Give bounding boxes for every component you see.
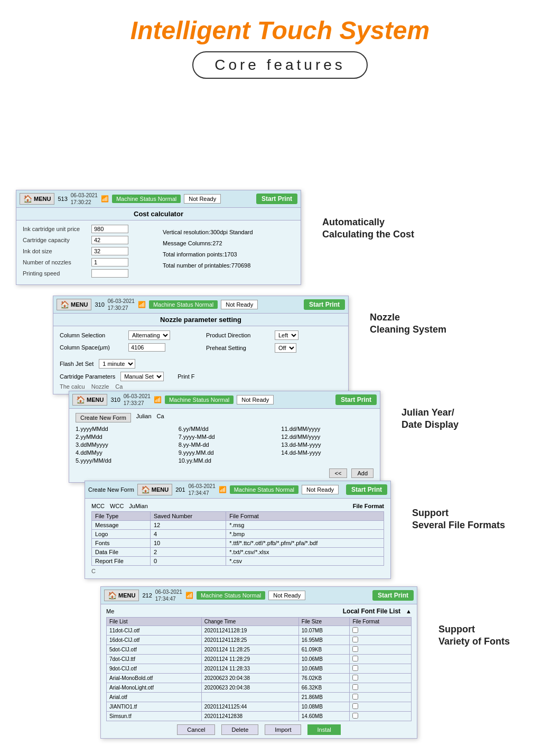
jumian-label: JuMian bbox=[129, 503, 147, 509]
date-col-mid: 6.yy/MM/dd 7.yyyy-MM-dd 8.yy-MM-dd 9.yyy… bbox=[179, 426, 271, 465]
screen2-start-print[interactable]: Start Print bbox=[304, 299, 345, 310]
ca-label-2: Ca bbox=[115, 383, 123, 390]
cartridge-params-select[interactable]: Manual Set bbox=[120, 372, 164, 381]
format-3: *.txt/*.csv/*.xlsx bbox=[226, 548, 384, 557]
font-file-3: 7dot-CIJ.ttf bbox=[107, 655, 202, 664]
calc-info-0: Vertical resolution:300dpi Standard bbox=[163, 227, 294, 238]
screen2-menu-button[interactable]: 🏠 MENU bbox=[57, 299, 91, 310]
screen3-start-print[interactable]: Start Print bbox=[335, 394, 377, 405]
col-selection-select[interactable]: Alternating bbox=[128, 330, 170, 340]
font-row-1[interactable]: 16dot-CIJ.otf 202011241128:25 16.95MB bbox=[107, 636, 412, 645]
screen3-menu-button[interactable]: 🏠 MENU bbox=[72, 394, 107, 406]
font-row-7[interactable]: Arial.otf 21.86MB bbox=[107, 693, 412, 702]
screen3-menu-label: MENU bbox=[87, 397, 104, 403]
screen5-datetime: 06-03-2021 17:34:47 bbox=[155, 589, 182, 602]
font-check-6[interactable] bbox=[350, 683, 412, 693]
font-col-size: File Size bbox=[298, 618, 350, 626]
screen2-datetime: 06-03-2021 17:30:27 bbox=[108, 298, 135, 311]
font-time-3: 20201124 11:28:29 bbox=[201, 655, 298, 664]
date-fmt-8: 9.yyyy.MM.dd bbox=[179, 449, 271, 456]
screen1-topbar: 🏠 MENU 513 06-03-2021 17:30:22 📶 Machine… bbox=[16, 190, 301, 208]
font-file-2: 5dot-CIJ.otf bbox=[107, 645, 202, 655]
screen5-menu-button[interactable]: 🏠 MENU bbox=[104, 590, 139, 601]
font-check-8[interactable] bbox=[350, 702, 412, 712]
nozzles-label: Number of nozzles bbox=[23, 259, 91, 265]
saved-num-2: 10 bbox=[150, 539, 226, 548]
screen5-body: Me Local Font File List ▲ File List Chan… bbox=[101, 604, 417, 738]
font-time-2: 20201124 11:28:25 bbox=[201, 645, 298, 655]
file-format-table: File Type Saved Number File Format Messa… bbox=[91, 511, 384, 566]
font-check-9[interactable] bbox=[350, 712, 412, 721]
calc-info-2: Total information points:1703 bbox=[163, 249, 294, 260]
date-fmt-7: 8.yy-MM-dd bbox=[179, 442, 271, 448]
font-row-2[interactable]: 5dot-CIJ.otf 20201124 11:28:25 61.09KB bbox=[107, 645, 412, 655]
font-row-9[interactable]: Simsun.tf 2020112412838 14.60MB bbox=[107, 712, 412, 721]
font-time-7 bbox=[201, 693, 298, 702]
font-size-4: 10.06MB bbox=[298, 664, 350, 674]
font-row-0[interactable]: 11dot-CIJ.otf 202011241128:19 10.07MB bbox=[107, 626, 412, 636]
install-btn[interactable]: Instal bbox=[307, 724, 340, 735]
wcc-label: WCC bbox=[110, 503, 124, 509]
font-check-3[interactable] bbox=[350, 655, 412, 664]
col-space-input[interactable] bbox=[128, 343, 165, 352]
font-row-3[interactable]: 7dot-CIJ.ttf 20201124 11:28:29 10.06MB bbox=[107, 655, 412, 664]
cartridge-cap-input[interactable] bbox=[91, 236, 128, 244]
table-row: Logo 4 *.bmp bbox=[92, 530, 384, 539]
cancel-btn[interactable]: Cancel bbox=[177, 724, 215, 735]
delete-btn[interactable]: Delete bbox=[221, 724, 258, 735]
screen1-menu-label: MENU bbox=[34, 196, 51, 202]
screen1-start-print[interactable]: Start Print bbox=[256, 194, 297, 204]
calc-left: Ink cartridge unit price Cartridge capac… bbox=[23, 225, 154, 280]
print-speed-input[interactable] bbox=[91, 269, 128, 278]
font-check-1[interactable] bbox=[350, 636, 412, 645]
signal-icon-2: 📶 bbox=[138, 301, 146, 308]
screen1-id: 513 bbox=[58, 196, 67, 202]
ink-price-label: Ink cartridge unit price bbox=[23, 226, 91, 232]
font-check-0[interactable] bbox=[350, 626, 412, 636]
nozzles-input[interactable] bbox=[91, 258, 128, 266]
side-label-fonts: Support Variety of Fonts bbox=[438, 623, 510, 648]
screen4-start-print[interactable]: Start Print bbox=[346, 484, 387, 495]
ca-label-3: Ca bbox=[157, 413, 164, 422]
table-row: Data File 2 *.txt/*.csv/*.xlsx bbox=[92, 548, 384, 557]
screen4-body: MCC WCC JuMian File Format File Type Sav… bbox=[85, 499, 390, 578]
file-type-3: Data File bbox=[92, 548, 151, 557]
font-time-6: 20200623 20:04:38 bbox=[201, 683, 298, 693]
font-row-6[interactable]: Arial-MonoLight.otf 20200623 20:04:38 66… bbox=[107, 683, 412, 693]
screen5-start-print[interactable]: Start Print bbox=[372, 590, 414, 601]
font-check-7[interactable] bbox=[350, 693, 412, 702]
font-row-5[interactable]: Arial-MonoBold.otf 20200623 20:04:38 76.… bbox=[107, 674, 412, 683]
home-icon: 🏠 bbox=[23, 195, 32, 203]
font-check-2[interactable] bbox=[350, 645, 412, 655]
date-add-btn[interactable]: Add bbox=[351, 468, 374, 478]
font-size-9: 14.60MB bbox=[298, 712, 350, 721]
ink-price-input[interactable] bbox=[91, 225, 128, 233]
date-fmt-2: 3.ddMMyyyy bbox=[76, 442, 168, 448]
font-check-5[interactable] bbox=[350, 674, 412, 683]
font-check-4[interactable] bbox=[350, 664, 412, 674]
font-size-3: 10.06MB bbox=[298, 655, 350, 664]
me-label: Me bbox=[106, 608, 114, 614]
julian-label: Julian bbox=[136, 413, 152, 422]
date-back-btn[interactable]: << bbox=[329, 468, 348, 478]
date-fmt-5: 6.yy/MM/dd bbox=[179, 426, 271, 432]
screen4-id: 201 bbox=[175, 486, 185, 493]
product-dir-select[interactable]: Left bbox=[275, 330, 298, 340]
font-scroll-btn[interactable]: ▲ bbox=[406, 608, 412, 614]
form-row-cartridge-cap: Cartridge capacity bbox=[23, 236, 154, 244]
screen4-file-format: Create New Form 🏠 MENU 201 06-03-2021 17… bbox=[85, 481, 391, 579]
form-row-ink-price: Ink cartridge unit price bbox=[23, 225, 154, 233]
font-row-4[interactable]: 9dot-CIJ.otf 20201124 11:28:33 10.06MB bbox=[107, 664, 412, 674]
font-row-8[interactable]: JIANTIO1.tf 202011241125:44 10.08MB bbox=[107, 702, 412, 712]
screen2-menu-label: MENU bbox=[71, 301, 88, 308]
create-form-btn[interactable]: Create New Form bbox=[76, 413, 131, 422]
preheat-select[interactable]: Off bbox=[275, 343, 296, 353]
font-col-file: File List bbox=[107, 618, 202, 626]
home-icon-5: 🏠 bbox=[108, 591, 117, 600]
screen4-menu-button[interactable]: 🏠 MENU bbox=[137, 484, 172, 495]
screen4-not-ready: Not Ready bbox=[302, 485, 339, 494]
import-btn[interactable]: Import bbox=[265, 724, 301, 735]
flash-jet-select[interactable]: 1 minute bbox=[99, 359, 135, 369]
dot-size-input[interactable] bbox=[91, 247, 128, 255]
screen1-menu-button[interactable]: 🏠 MENU bbox=[20, 193, 54, 205]
